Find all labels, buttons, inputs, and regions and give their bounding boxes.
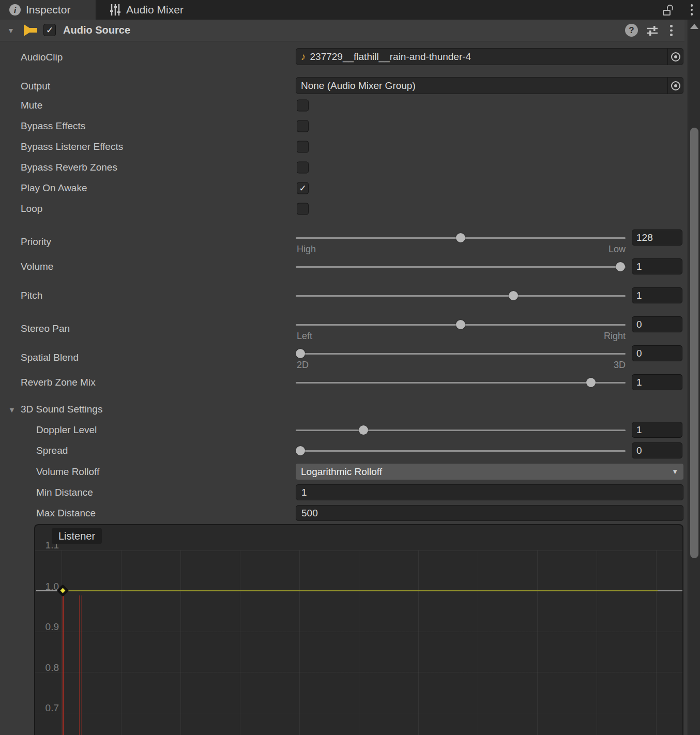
bypass-effects-checkbox[interactable] [297,120,309,132]
output-object-field[interactable]: None (Audio Mixer Group) [296,77,683,94]
loop-row: Loop [0,198,684,219]
volume-value-field[interactable]: 1 [632,258,682,274]
spatial-blend-min-label: 2D [297,360,309,371]
pitch-slider[interactable] [296,295,626,297]
priority-value-field[interactable]: 128 [632,229,682,246]
volume-row: Volume 1 [0,258,684,275]
lock-icon[interactable] [663,5,673,16]
listener-position-line[interactable] [79,595,80,735]
tab-bar: i Inspector Audio Mixer [0,0,700,20]
doppler-level-slider[interactable] [296,430,626,431]
reverb-zone-mix-value-field[interactable]: 1 [632,374,682,390]
audioclip-label: AudioClip [21,52,63,63]
rolloff-graph[interactable]: 1.1 1.0 0.9 0.8 0.7 Listener [34,524,683,735]
reverb-zone-mix-slider-thumb[interactable] [586,378,596,387]
y-tick: 0.9 [39,621,59,633]
spatial-blend-value-field[interactable]: 0 [632,345,682,361]
component-menu-icon[interactable] [670,25,673,36]
stereo-pan-slider[interactable] [296,324,626,326]
pitch-value-field[interactable]: 1 [632,287,682,303]
sound-3d-settings-label: 3D Sound Settings [21,404,102,415]
volume-rolloff-row: Volume Rolloff Logarithmic Rolloff ▼ [0,461,684,482]
scroll-up-arrow-icon[interactable] [690,24,698,29]
tab-audio-mixer-label: Audio Mixer [126,4,184,16]
component-enabled-checkbox[interactable]: ✓ [43,24,56,36]
spread-slider-thumb[interactable] [296,446,305,455]
spread-value-field[interactable]: 0 [632,442,682,458]
spread-label: Spread [36,445,68,456]
max-distance-label: Max Distance [36,508,96,519]
spatial-blend-max-label: 3D [614,360,626,371]
doppler-level-value-field[interactable]: 1 [632,422,682,438]
object-picker-button[interactable] [667,78,683,94]
object-picker-button[interactable] [667,49,683,65]
listener-position-line-edge [81,595,82,735]
stereo-pan-slider-thumb[interactable] [456,320,465,329]
foldout-triangle-icon[interactable]: ▼ [7,26,14,35]
reverb-zone-mix-slider[interactable] [296,382,626,384]
window-menu-icon[interactable] [691,4,693,16]
listener-tag[interactable]: Listener [52,528,102,544]
priority-row: Priority High Low 128 [0,229,684,254]
loop-checkbox[interactable] [297,203,309,215]
volume-label: Volume [21,261,53,272]
audio-source-speaker-icon [24,24,37,36]
vertical-scrollbar[interactable] [688,20,700,735]
spatial-blend-slider[interactable] [296,353,626,355]
spread-row: Spread 0 [0,442,684,459]
volume-slider[interactable] [296,266,626,268]
mute-label: Mute [21,100,42,111]
graph-gridlines [35,550,682,735]
volume-rolloff-selected: Logarithmic Rolloff [301,466,382,478]
loop-label: Loop [21,203,42,215]
max-distance-value: 500 [301,508,318,519]
bypass-listener-effects-label: Bypass Listener Effects [21,141,123,152]
mute-checkbox[interactable] [297,100,309,112]
output-label: Output [21,81,50,92]
bypass-effects-row: Bypass Effects [0,116,684,136]
chevron-down-icon: ▼ [672,468,678,476]
pitch-row: Pitch 1 [0,287,684,304]
bypass-effects-label: Bypass Effects [21,120,85,132]
priority-slider-thumb[interactable] [456,233,465,242]
play-on-awake-checkbox[interactable]: ✓ [297,182,309,194]
volume-slider-thumb[interactable] [616,262,625,271]
spread-slider[interactable] [296,450,626,452]
min-distance-row: Min Distance 1 [0,482,684,502]
spatial-blend-slider-thumb[interactable] [296,349,305,358]
foldout-triangle-icon[interactable]: ▼ [8,406,16,414]
tab-inspector-label: Inspector [26,4,70,16]
min-distance-value: 1 [301,487,307,498]
tab-audio-mixer[interactable]: Audio Mixer [101,0,192,20]
doppler-level-slider-thumb[interactable] [359,425,368,435]
bypass-reverb-zones-checkbox[interactable] [297,162,309,174]
scrollbar-thumb[interactable] [690,128,698,558]
help-icon[interactable]: ? [625,24,638,37]
inspector-window: i Inspector Audio Mixer ▼ ✓ Audio Sou [0,0,700,735]
audio-source-header[interactable]: ▼ ✓ Audio Source ? [0,20,684,41]
output-value: None (Audio Mixer Group) [301,80,416,91]
max-distance-row: Max Distance 500 [0,502,684,523]
priority-label: Priority [21,236,51,248]
audio-mixer-icon [110,4,121,16]
play-on-awake-row: Play On Awake ✓ [0,178,684,198]
sound-3d-settings-foldout[interactable]: ▼ 3D Sound Settings [0,399,684,420]
volume-rolloff-dropdown[interactable]: Logarithmic Rolloff ▼ [296,464,683,480]
stereo-pan-value-field[interactable]: 0 [632,316,682,332]
bypass-listener-effects-checkbox[interactable] [297,141,309,153]
min-distance-label: Min Distance [36,487,93,498]
audioclip-object-field[interactable]: ♪ 237729__flathill__rain-and-thunder-4 [296,48,683,65]
max-distance-field[interactable]: 500 [296,505,683,521]
audio-clip-note-icon: ♪ [301,51,306,63]
audioclip-value: 237729__flathill__rain-and-thunder-4 [310,51,471,63]
presets-icon[interactable] [646,24,659,39]
doppler-level-row: Doppler Level 1 [0,422,684,438]
bypass-reverb-zones-row: Bypass Reverb Zones [0,157,684,178]
stereo-pan-min-label: Left [297,331,312,342]
pitch-slider-thumb[interactable] [509,291,518,300]
min-distance-field[interactable]: 1 [296,484,683,500]
spatial-blend-row: Spatial Blend 2D 3D 0 [0,345,684,370]
reverb-zone-mix-curve [63,590,658,591]
tab-inspector[interactable]: i Inspector [0,0,96,20]
priority-slider[interactable] [296,237,626,239]
